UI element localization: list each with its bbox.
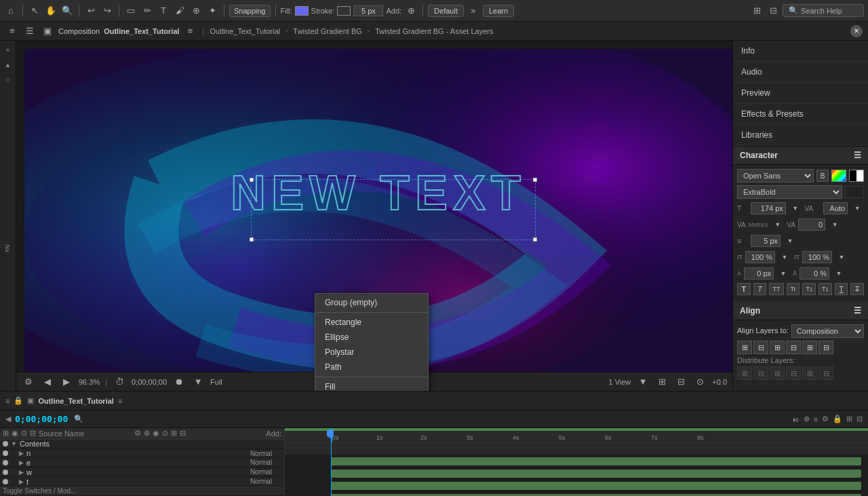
tl-more-icon[interactable]: ≡	[814, 415, 818, 423]
faux-bold-btn[interactable]: B	[816, 170, 829, 182]
character-menu-icon[interactable]: ☰	[854, 151, 861, 160]
leading-dropdown[interactable]: ▼	[783, 234, 797, 248]
tool-icon-2[interactable]: ☆	[2, 73, 14, 85]
fill-color-box[interactable]	[295, 6, 309, 16]
align-center-v-btn[interactable]: ⊞	[802, 341, 817, 354]
handle-tr[interactable]	[533, 178, 537, 182]
auto-leading-dropdown[interactable]: ▼	[850, 202, 864, 215]
menu-item-fill[interactable]: Fill	[315, 379, 428, 391]
dist-right-btn[interactable]: ⊞	[770, 366, 785, 380]
scale-v-dropdown[interactable]: ▼	[835, 250, 848, 264]
breadcrumb-3[interactable]: Twisted Gradient BG - Asset Layers	[375, 27, 493, 35]
menu-item-path[interactable]: Path	[315, 360, 428, 375]
tl-lock2-icon[interactable]: 🔒	[833, 415, 842, 423]
super-btn[interactable]: T1	[802, 283, 816, 295]
comp-settings-icon[interactable]: ≡	[184, 24, 197, 38]
tsume-dropdown[interactable]: ▼	[832, 267, 846, 280]
pen-tool[interactable]: ✏	[140, 4, 154, 18]
expand-w[interactable]: ▶	[19, 469, 24, 476]
layer-e[interactable]: ▶ e Normal	[0, 458, 284, 468]
tl-play-icon[interactable]: ⏯	[792, 415, 800, 423]
baseline-input[interactable]: 0 px	[744, 267, 774, 280]
expand-left-icon[interactable]: «	[2, 43, 14, 56]
tracking-input[interactable]: 0	[798, 218, 825, 231]
guide-icon[interactable]: ⊟	[674, 375, 688, 389]
sub-btn[interactable]: T1	[818, 283, 832, 295]
menu-item-ellipse[interactable]: Ellipse	[315, 330, 428, 345]
menu-item-rectangle[interactable]: Rectangle	[315, 315, 428, 330]
mask-icon[interactable]: ⊙	[693, 375, 707, 389]
expand-n[interactable]: ▶	[19, 450, 24, 457]
layer-header-icon8[interactable]: ⊙	[162, 429, 168, 438]
add-icon[interactable]: ⊕	[404, 4, 418, 18]
align-target-select[interactable]: Composition	[791, 324, 864, 338]
layer-header-icon9[interactable]: ⊞	[171, 429, 177, 438]
close-button[interactable]: ✕	[850, 25, 863, 37]
allcaps-btn[interactable]: TT	[769, 283, 784, 295]
layer-header-icon1[interactable]: ⊞	[3, 429, 9, 438]
layer-header-icon4[interactable]: ⊟	[30, 429, 36, 438]
tl-search-icon[interactable]: 🔍	[72, 414, 85, 425]
strikethrough-btn[interactable]: T	[850, 283, 864, 295]
menu-item-polystar[interactable]: Polystar	[315, 345, 428, 360]
font-style-select[interactable]: ExtraBold	[737, 185, 842, 199]
color-swatch[interactable]	[831, 170, 846, 182]
align-top-btn[interactable]: ⊟	[786, 341, 801, 354]
canvas-next-icon[interactable]: ▶	[60, 375, 73, 389]
canvas-prev-icon[interactable]: ◀	[41, 375, 54, 389]
shape-tool[interactable]: ▭	[124, 4, 138, 18]
home-icon[interactable]: ⌂	[4, 4, 18, 18]
stroke-size-input[interactable]: 5 px	[353, 5, 383, 16]
tl-menu-icon[interactable]: ≡	[118, 397, 122, 405]
layer-header-icon5[interactable]: ⚙	[134, 429, 141, 438]
tl-toggle2-icon[interactable]: ⊞	[846, 415, 852, 423]
panel-icon1[interactable]: ⊞	[750, 4, 764, 18]
tab-info[interactable]: Info	[733, 41, 868, 62]
view-options-icon[interactable]: ▼	[636, 375, 650, 389]
align-right-btn[interactable]: ⊞	[770, 341, 785, 354]
tab-effects[interactable]: Effects & Presets	[733, 104, 868, 125]
dist-bottom-btn[interactable]: ⊟	[818, 366, 833, 380]
tsume-input[interactable]: 0 %	[800, 267, 829, 280]
dist-left-btn[interactable]: ⊞	[737, 366, 752, 380]
expand-e[interactable]: ▶	[19, 459, 24, 466]
align-center-h-btn[interactable]: ⊟	[753, 341, 768, 354]
tool-icon-1[interactable]: ▲	[2, 58, 14, 71]
panel-menu-icon[interactable]: ☰	[23, 24, 37, 38]
tracking-dropdown[interactable]: ▼	[828, 218, 842, 231]
menu-item-group-empty[interactable]: Group (empty)	[315, 295, 428, 310]
puppet-tool[interactable]: ✦	[205, 4, 219, 18]
layer-contents[interactable]: ▼ Contents	[0, 440, 284, 449]
expand-contents[interactable]: ▼	[11, 440, 17, 447]
undo-icon[interactable]: ↩	[84, 4, 98, 18]
snapping-btn[interactable]: Snapping	[229, 5, 271, 17]
dist-center-v-btn[interactable]: ⊞	[802, 366, 817, 380]
align-menu-icon[interactable]: ☰	[854, 306, 861, 316]
grid-icon[interactable]: ⊞	[655, 375, 669, 389]
scale-v-input[interactable]: 100 %	[802, 251, 832, 263]
handle-br[interactable]	[533, 237, 537, 242]
redo-icon[interactable]: ↪	[100, 4, 114, 18]
font-name-select[interactable]: Open Sans	[737, 169, 814, 183]
tl-expand-icon[interactable]: ≡	[5, 397, 9, 405]
clone-tool[interactable]: ⊕	[189, 4, 203, 18]
collapse-icon[interactable]: ≡	[5, 24, 19, 38]
kerning-dropdown[interactable]: ▼	[771, 218, 785, 231]
scale-h-dropdown[interactable]: ▼	[778, 250, 791, 264]
more-tools-icon[interactable]: »	[467, 4, 480, 18]
layer-header-icon3[interactable]: ⊙	[21, 429, 27, 438]
learn-button[interactable]: Learn	[483, 5, 514, 17]
tl-settings-icon[interactable]: ⚙	[822, 415, 829, 423]
faux-italic-btn[interactable]	[845, 186, 864, 198]
tab-preview[interactable]: Preview	[733, 83, 868, 104]
tl-lock-icon[interactable]: 🔒	[14, 396, 23, 405]
tl-comp2-icon[interactable]: ⊟	[856, 415, 863, 423]
underline-btn[interactable]: T	[835, 283, 848, 295]
tab-audio[interactable]: Audio	[733, 62, 868, 83]
stroke-color-box[interactable]	[337, 6, 351, 16]
scale-h-input[interactable]: 100 %	[745, 251, 775, 263]
bold-btn[interactable]: T	[737, 283, 751, 295]
layer-t[interactable]: ▶ t Normal	[0, 477, 284, 487]
italic-btn[interactable]: T	[753, 283, 767, 295]
canvas-settings-icon[interactable]: ⚙	[22, 375, 35, 389]
